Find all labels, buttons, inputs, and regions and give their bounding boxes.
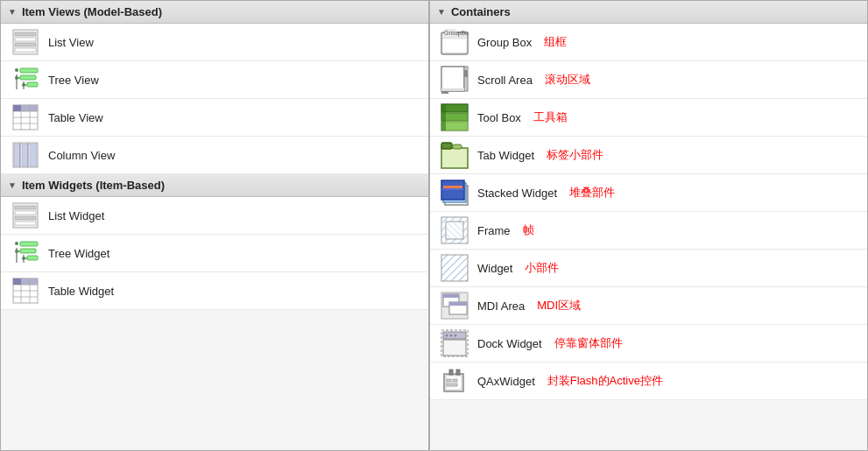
tree-widget-label: Tree Widget [48,247,109,260]
svg-point-13 [15,76,18,80]
svg-rect-26 [30,144,37,166]
qax-widget-label-cn: 封装Flash的Active控件 [547,373,663,389]
widget-label: Widget [477,262,512,275]
svg-rect-11 [27,82,38,87]
qax-widget-label: QAxWidget [477,375,535,388]
svg-rect-61 [441,88,464,91]
scroll-area-label-cn: 滚动区域 [545,72,590,88]
list-item-widget[interactable]: Widget 小部件 [430,250,867,287]
qax-widget-icon [441,367,469,395]
svg-point-42 [15,250,18,253]
arrow-icon: ▼ [8,7,17,17]
list-item-list-view[interactable]: List View [1,24,428,61]
mdi-area-label-cn: MDI区域 [537,298,581,314]
tab-widget-icon [441,141,469,169]
svg-rect-80 [446,222,463,239]
svg-rect-5 [20,68,38,73]
list-item-qax-widget[interactable]: QAxWidget 封装Flash的Active控件 [430,363,867,400]
svg-point-43 [22,257,25,260]
item-views-header[interactable]: ▼ Item Views (Model-Based) [1,1,428,24]
list-item-group-box[interactable]: GroupBox Group Box 组框 [430,24,867,61]
frame-label-cn: 帧 [523,222,534,238]
left-panel: ▼ Item Views (Model-Based) List View [0,0,429,451]
table-widget-icon [11,277,39,305]
svg-rect-25 [22,144,28,166]
svg-rect-58 [464,70,468,77]
list-item-mdi-area[interactable]: MDI Area MDI区域 [430,287,867,325]
svg-rect-66 [441,104,446,130]
list-item-stacked-widget[interactable]: Stacked Widget 堆叠部件 [430,174,867,212]
mdi-area-label: MDI Area [477,299,525,313]
svg-rect-96 [449,370,453,375]
list-item-frame[interactable]: Frame 帧 [430,212,867,250]
svg-rect-82 [441,255,468,281]
list-widget-label: List Widget [48,209,104,222]
list-item-table-widget[interactable]: Table Widget [1,272,428,310]
svg-rect-97 [456,370,460,375]
list-item-column-view[interactable]: Column View [1,137,428,174]
mdi-area-icon [441,292,469,320]
frame-icon [441,216,469,244]
svg-rect-67 [441,148,468,168]
group-box-label: Group Box [477,36,532,49]
svg-rect-24 [14,144,20,166]
svg-rect-22 [13,105,21,111]
svg-rect-98 [447,379,451,382]
stacked-widget-icon [441,179,469,207]
containers-header[interactable]: ▼ Containers [430,1,867,24]
stacked-widget-label-cn: 堆叠部件 [569,185,615,201]
widget-label-cn: 小部件 [525,260,559,276]
svg-rect-1 [15,32,36,36]
svg-rect-100 [447,384,457,386]
svg-rect-4 [15,48,36,52]
arrow-icon-2: ▼ [8,180,17,190]
svg-rect-31 [15,211,36,215]
item-views-list: List View Tree View [1,24,428,174]
svg-point-14 [22,83,25,87]
list-item-tree-view[interactable]: Tree View [1,61,428,99]
svg-rect-60 [441,91,448,94]
item-widgets-header[interactable]: ▼ Item Widgets (Item-Based) [1,174,428,197]
svg-rect-33 [15,222,36,225]
svg-point-92 [450,335,453,337]
tool-box-icon [441,103,469,131]
list-widget-icon [11,201,39,229]
svg-rect-37 [20,249,36,253]
list-view-label: List View [48,36,94,49]
arrow-icon-3: ▼ [437,7,446,17]
table-view-icon [11,103,39,131]
tree-view-label: Tree View [48,74,99,87]
list-item-scroll-area[interactable]: Scroll Area 滚动区域 [430,61,867,99]
svg-rect-56 [441,67,464,91]
svg-rect-85 [443,294,459,298]
svg-rect-8 [20,75,36,80]
svg-rect-30 [15,206,36,209]
dock-widget-icon [441,329,469,357]
list-item-tree-widget[interactable]: Tree Widget [1,235,428,272]
tool-box-label: Tool Box [477,111,521,124]
list-view-icon [11,28,39,56]
svg-rect-3 [15,43,36,46]
svg-text:GroupBox: GroupBox [444,30,469,37]
list-item-table-view[interactable]: Table View [1,99,428,137]
svg-rect-32 [15,216,36,220]
list-item-tab-widget[interactable]: Tab Widget 标签小部件 [430,137,867,174]
svg-rect-90 [443,340,466,356]
list-item-tool-box[interactable]: Tool Box 工具箱 [430,99,867,137]
tree-widget-icon [11,239,39,267]
svg-rect-69 [453,144,462,149]
svg-rect-95 [446,376,462,390]
dock-widget-label-cn: 停靠窗体部件 [554,335,623,351]
svg-point-93 [455,335,457,337]
item-views-label: Item Views (Model-Based) [22,5,162,18]
group-box-label-cn: 组框 [544,34,567,50]
item-widgets-label: Item Widgets (Item-Based) [22,179,165,192]
svg-rect-34 [20,242,38,246]
list-item-list-widget[interactable]: List Widget [1,197,428,235]
tool-box-label-cn: 工具箱 [533,109,568,125]
column-view-label: Column View [48,149,115,162]
svg-rect-2 [15,38,36,41]
list-item-dock-widget[interactable]: Dock Widget 停靠窗体部件 [430,325,867,363]
svg-rect-87 [449,302,467,306]
tree-view-icon [11,66,39,94]
